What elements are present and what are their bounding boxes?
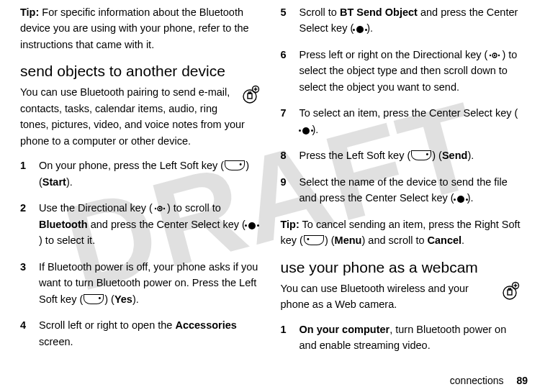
tip-text: For specific information about the Bluet… bbox=[20, 6, 249, 50]
svg-rect-16 bbox=[509, 288, 511, 290]
step-text: Press the Left Soft key () (Send). bbox=[299, 147, 521, 163]
step-num: 2 bbox=[20, 200, 39, 248]
center-select-key-icon bbox=[302, 127, 310, 135]
bluetooth-feature-icon bbox=[499, 281, 521, 305]
left-column: Tip: For specific information about the … bbox=[10, 4, 271, 385]
step-9: 9 Select the name of the device to send … bbox=[281, 174, 521, 206]
right-column: 5 Scroll to BT Send Object and press the… bbox=[271, 4, 531, 385]
step-text: On your computer, turn Bluetooth power o… bbox=[299, 322, 521, 354]
step-num: 1 bbox=[20, 158, 39, 190]
svg-point-9 bbox=[163, 208, 165, 209]
step-2: 2 Use the Directional key () to scroll t… bbox=[20, 200, 261, 248]
step-num: 3 bbox=[20, 259, 39, 307]
step-text: Press left or right on the Directional k… bbox=[299, 47, 521, 95]
svg-point-11 bbox=[494, 55, 495, 56]
step-text: Scroll to BT Send Object and press the C… bbox=[299, 4, 521, 37]
step-text: On your phone, press the Left Soft key (… bbox=[39, 158, 261, 190]
step-text: Select the name of the device to send th… bbox=[299, 174, 521, 206]
right-softkey-icon bbox=[304, 235, 324, 245]
svg-point-7 bbox=[159, 208, 161, 209]
step-7: 7 To select an item, press the Center Se… bbox=[281, 105, 521, 137]
webcam-intro: You can use Bluetooth wireless and your … bbox=[281, 281, 521, 313]
start-label: Start bbox=[42, 176, 66, 188]
accessories-label: Accessories bbox=[175, 319, 236, 331]
svg-point-8 bbox=[155, 208, 156, 209]
step-num: 8 bbox=[281, 147, 299, 163]
step-text: To select an item, press the Center Sele… bbox=[299, 105, 521, 137]
step-4: 4 Scroll left or right to open the Acces… bbox=[20, 317, 261, 350]
step-num: 4 bbox=[20, 317, 39, 350]
step-num: 7 bbox=[281, 105, 299, 137]
tip-label: Tip: bbox=[20, 6, 39, 18]
step-5: 5 Scroll to BT Send Object and press the… bbox=[281, 4, 521, 37]
step-num: 6 bbox=[281, 47, 299, 95]
step-6: 6 Press left or right on the Directional… bbox=[281, 47, 521, 95]
center-select-key-icon bbox=[356, 26, 364, 33]
step-text: Use the Directional key () to scroll to … bbox=[39, 200, 261, 248]
yes-label: Yes bbox=[114, 293, 132, 305]
cancel-label: Cancel bbox=[428, 234, 462, 246]
svg-point-13 bbox=[498, 55, 500, 56]
left-softkey-icon bbox=[225, 160, 245, 170]
tip-label: Tip: bbox=[281, 219, 299, 230]
section-heading-webcam: use your phone as a webcam bbox=[281, 259, 521, 276]
step-text: If Bluetooth power is off, your phone as… bbox=[39, 259, 261, 307]
step-num: 9 bbox=[281, 174, 299, 206]
svg-rect-1 bbox=[248, 94, 252, 99]
section-heading-send-objects: send objects to another device bbox=[20, 63, 261, 80]
webcam-step-1: 1 On your computer, turn Bluetooth power… bbox=[281, 322, 521, 354]
page-content: Tip: For specific information about the … bbox=[0, 0, 545, 392]
send-objects-intro: You can use Bluetooth pairing to send e-… bbox=[20, 84, 261, 149]
left-softkey-icon bbox=[411, 150, 431, 160]
bt-send-object-label: BT Send Object bbox=[340, 6, 418, 18]
svg-rect-2 bbox=[248, 92, 251, 94]
menu-label: Menu bbox=[335, 234, 362, 246]
center-select-key-icon bbox=[248, 222, 256, 229]
left-softkey-icon bbox=[84, 294, 104, 304]
send-label: Send bbox=[442, 150, 467, 161]
step-num: 1 bbox=[281, 322, 299, 354]
step-text: Scroll left or right to open the Accesso… bbox=[39, 317, 261, 350]
directional-key-icon bbox=[153, 204, 166, 214]
svg-rect-15 bbox=[508, 290, 512, 295]
tip-cancel: Tip: To cancel sending an item, press th… bbox=[281, 216, 521, 249]
tip-paragraph: Tip: For specific information about the … bbox=[20, 4, 261, 53]
bluetooth-label: Bluetooth bbox=[39, 219, 88, 230]
step-8: 8 Press the Left Soft key () (Send). bbox=[281, 147, 521, 163]
step-1: 1 On your phone, press the Left Soft key… bbox=[20, 158, 261, 190]
bluetooth-feature-icon bbox=[239, 84, 261, 109]
step-num: 5 bbox=[281, 4, 299, 37]
on-your-computer: On your computer bbox=[299, 324, 390, 335]
svg-point-12 bbox=[490, 55, 491, 56]
directional-key-icon bbox=[488, 50, 501, 60]
step-3: 3 If Bluetooth power is off, your phone … bbox=[20, 259, 261, 307]
center-select-key-icon bbox=[457, 196, 464, 203]
